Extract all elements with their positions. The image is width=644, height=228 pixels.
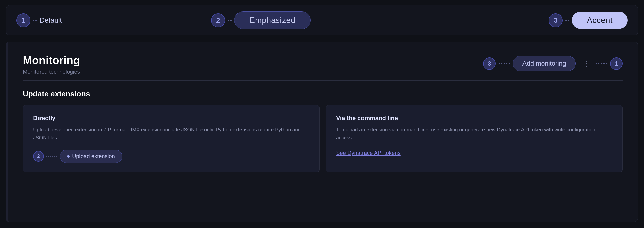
step-2-label-bar: Emphasized (234, 11, 311, 29)
header-badge-1: 1 (610, 57, 623, 70)
step-3-label: Accent (587, 16, 613, 25)
step-3-label-bar: Accent (572, 12, 628, 29)
connector-dot (35, 20, 37, 21)
card-directly-title: Directly (33, 115, 309, 122)
card-directly-desc: Upload developed extension in ZIP format… (33, 126, 309, 142)
step-2-label: Emphasized (250, 16, 296, 25)
connector-dot (565, 20, 567, 21)
bottom-section: Monitoring Monitored technologies 3 Add … (6, 42, 638, 222)
add-monitoring-group: 3 Add monitoring (483, 56, 576, 71)
more-options-group: ⋮ 1 (581, 57, 623, 70)
step2-dotted-line (46, 156, 57, 157)
card-directly: Directly Upload developed extension in Z… (23, 105, 320, 172)
header-divider (23, 80, 623, 81)
step-2-circle: 2 (211, 13, 225, 27)
step2-badge-circle: 2 (33, 151, 44, 162)
dotted-line-connector (499, 63, 510, 64)
connector-dot (33, 20, 34, 21)
step-2-connector (228, 20, 232, 21)
upload-btn-dot (67, 155, 70, 158)
dotted-line-connector-2 (596, 63, 607, 64)
card-command-title: Via the command line (336, 115, 612, 122)
header-badge-3: 3 (483, 57, 496, 70)
step-2-number: 2 (216, 16, 220, 24)
step-1-label: Default (39, 16, 62, 24)
upload-extension-button[interactable]: Upload extension (60, 150, 122, 163)
main-content: Monitoring Monitored technologies 3 Add … (8, 42, 638, 222)
step-1-item: 1 Default (16, 13, 139, 27)
step-3-circle: 3 (549, 13, 563, 27)
step-1-number: 1 (21, 16, 25, 24)
step-3-item: 3 Accent (383, 12, 628, 29)
step-3-connector (565, 20, 569, 21)
step2-badge-group: 2 Upload extension (33, 150, 309, 163)
step-3-number: 3 (554, 16, 558, 24)
section-title: Update extensions (23, 90, 623, 98)
connector-dot (228, 20, 229, 21)
step-2-item: 2 Emphasized (139, 11, 383, 29)
card-command-line: Via the command line To upload an extens… (326, 105, 623, 172)
card-command-desc: To upload an extension via command line,… (336, 126, 612, 142)
title-group: Monitoring Monitored technologies (23, 54, 80, 75)
page-subtitle: Monitored technologies (23, 69, 80, 75)
add-monitoring-button[interactable]: Add monitoring (513, 56, 576, 71)
cards-row: Directly Upload developed extension in Z… (23, 105, 623, 172)
more-options-icon[interactable]: ⋮ (581, 57, 593, 70)
connector-dot (568, 20, 569, 21)
page-header: Monitoring Monitored technologies 3 Add … (23, 54, 623, 75)
page-title: Monitoring (23, 54, 80, 67)
top-section: 1 Default 2 Emphasized 3 Accent (6, 5, 638, 35)
step-1-connector (33, 20, 37, 21)
api-tokens-link[interactable]: See Dynatrace API tokens (336, 150, 612, 156)
header-actions: 3 Add monitoring ⋮ (483, 56, 623, 71)
connector-dot (230, 20, 232, 21)
step-1-circle: 1 (16, 13, 30, 27)
upload-extension-label: Upload extension (72, 153, 115, 160)
